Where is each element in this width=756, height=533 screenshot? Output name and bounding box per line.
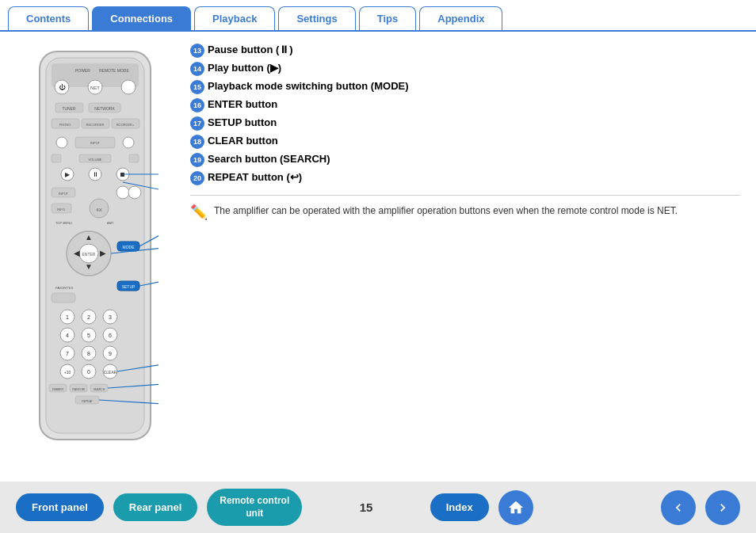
svg-point-36	[116, 186, 129, 199]
tab-appendix[interactable]: Appendix	[419, 6, 502, 30]
svg-text:DIMMER: DIMMER	[52, 388, 64, 391]
svg-rect-56	[52, 293, 75, 303]
svg-text:INPUT: INPUT	[59, 192, 69, 196]
svg-text:6: 6	[109, 333, 112, 338]
svg-text:REMOTE MODE: REMOTE MODE	[99, 68, 129, 73]
svg-text:TUNER: TUNER	[62, 106, 76, 111]
tab-connections[interactable]: Connections	[92, 6, 191, 30]
tab-settings[interactable]: Settings	[278, 6, 355, 30]
svg-text:FAVORITES: FAVORITES	[55, 286, 73, 290]
svg-point-20	[56, 137, 67, 148]
desc-text-13: Pause button (⏸)	[208, 44, 293, 55]
svg-text:AMT: AMT	[107, 221, 114, 225]
svg-text:0: 0	[87, 369, 90, 375]
page-number: 15	[311, 501, 420, 514]
index-button[interactable]: Index	[430, 493, 489, 521]
svg-point-37	[128, 186, 141, 199]
svg-text:RECORDER: RECORDER	[86, 123, 105, 127]
svg-text:NETWORK: NETWORK	[94, 106, 115, 111]
svg-text:9: 9	[109, 351, 112, 356]
svg-text:▲: ▲	[85, 233, 93, 242]
num-badge-18: 18	[190, 135, 204, 149]
list-item: 14 Play button (▶)	[190, 62, 740, 76]
svg-text:+10: +10	[64, 370, 71, 375]
num-badge-17: 17	[190, 116, 204, 131]
num-badge-19: 19	[190, 153, 204, 167]
desc-text-17: SETUP button	[208, 116, 277, 128]
list-item: 18 CLEAR button	[190, 135, 740, 149]
button-list: 13 Pause button (⏸) 14 Play button (▶) 1…	[190, 44, 740, 185]
home-button[interactable]	[498, 490, 533, 525]
svg-text:NET: NET	[90, 86, 100, 90]
list-item: 17 SETUP button	[190, 116, 740, 131]
svg-text:ENTER: ENTER	[82, 252, 96, 257]
list-item: 16 ENTER button	[190, 98, 740, 112]
desc-text-16: ENTER button	[208, 98, 277, 110]
svg-point-23	[123, 137, 134, 148]
svg-text:▼: ▼	[85, 262, 93, 271]
svg-text:PHONO: PHONO	[59, 123, 71, 127]
svg-point-9	[121, 80, 136, 94]
tab-tips[interactable]: Tips	[359, 6, 417, 30]
prev-page-button[interactable]	[661, 490, 696, 525]
arrow-right-icon	[715, 500, 731, 516]
next-page-button[interactable]	[705, 490, 740, 525]
svg-text:4X: 4X	[96, 207, 101, 212]
svg-text:▶: ▶	[100, 249, 106, 257]
svg-text:POWER: POWER	[75, 68, 90, 73]
desc-text-18: CLEAR button	[208, 135, 278, 147]
remote-control-image: POWER REMOTE MODE ⏻ NET TUNER NETWORK PH…	[32, 44, 158, 455]
svg-text:REPEAT: REPEAT	[82, 400, 94, 403]
num-badge-14: 14	[190, 62, 204, 76]
svg-text:SETUP: SETUP	[122, 284, 136, 289]
description-area: 13 Pause button (⏸) 14 Play button (▶) 1…	[190, 40, 740, 466]
svg-text:◀: ◀	[74, 249, 80, 257]
rear-panel-button[interactable]: Rear panel	[113, 493, 197, 521]
svg-text:▶: ▶	[65, 171, 71, 178]
svg-text:1: 1	[66, 314, 69, 320]
num-badge-16: 16	[190, 98, 204, 112]
list-item: 15 Playback mode switching button (MODE)	[190, 80, 740, 94]
svg-text:5: 5	[87, 333, 90, 338]
desc-text-15: Playback mode switching button (MODE)	[208, 80, 409, 92]
list-item: 19 Search button (SEARCH)	[190, 153, 740, 167]
svg-text:VOLUME: VOLUME	[89, 158, 102, 162]
tab-playback[interactable]: Playback	[194, 6, 275, 30]
num-badge-13: 13	[190, 44, 204, 58]
svg-text:INPUT: INPUT	[90, 141, 101, 145]
note-icon: ✏️	[190, 204, 208, 221]
list-item: 13 Pause button (⏸)	[190, 44, 740, 58]
svg-text:8: 8	[87, 351, 90, 356]
svg-rect-24	[52, 154, 61, 162]
svg-text:7: 7	[66, 351, 69, 356]
svg-text:TOP MENU: TOP MENU	[55, 221, 72, 225]
svg-text:⏻: ⏻	[59, 84, 66, 91]
svg-rect-27	[129, 154, 139, 162]
svg-text:RCORDER+: RCORDER+	[116, 123, 135, 127]
arrow-left-icon	[670, 500, 686, 516]
svg-text:MODE: MODE	[123, 245, 136, 249]
note-box: ✏️ The amplifier can be operated with th…	[190, 195, 740, 221]
list-item: 20 REPEAT button (↩)	[190, 171, 740, 185]
svg-text:2: 2	[87, 314, 90, 320]
desc-text-14: Play button (▶)	[208, 62, 281, 74]
svg-text:INFO: INFO	[57, 207, 65, 211]
num-badge-15: 15	[190, 80, 204, 94]
num-badge-20: 20	[190, 171, 204, 185]
front-panel-button[interactable]: Front panel	[16, 493, 104, 521]
main-content: POWER REMOTE MODE ⏻ NET TUNER NETWORK PH…	[0, 32, 756, 474]
bottom-navigation: Front panel Rear panel Remote control un…	[0, 482, 756, 533]
tab-contents[interactable]: Contents	[8, 6, 89, 30]
svg-text:⏸: ⏸	[92, 171, 98, 178]
svg-text:4: 4	[66, 333, 69, 338]
svg-text:CLEAR: CLEAR	[104, 370, 117, 375]
remote-control-unit-button[interactable]: Remote control unit	[207, 489, 302, 526]
svg-text:RANDOM: RANDOM	[72, 388, 85, 391]
desc-text-20: REPEAT button (↩)	[208, 171, 302, 183]
desc-text-19: Search button (SEARCH)	[208, 153, 330, 165]
remote-image-area: POWER REMOTE MODE ⏻ NET TUNER NETWORK PH…	[16, 40, 174, 466]
svg-text:SEARCH: SEARCH	[94, 388, 105, 391]
note-text: The amplifier can be operated with the a…	[214, 204, 678, 221]
top-navigation: Contents Connections Playback Settings T…	[0, 0, 756, 32]
svg-text:3: 3	[109, 314, 112, 320]
